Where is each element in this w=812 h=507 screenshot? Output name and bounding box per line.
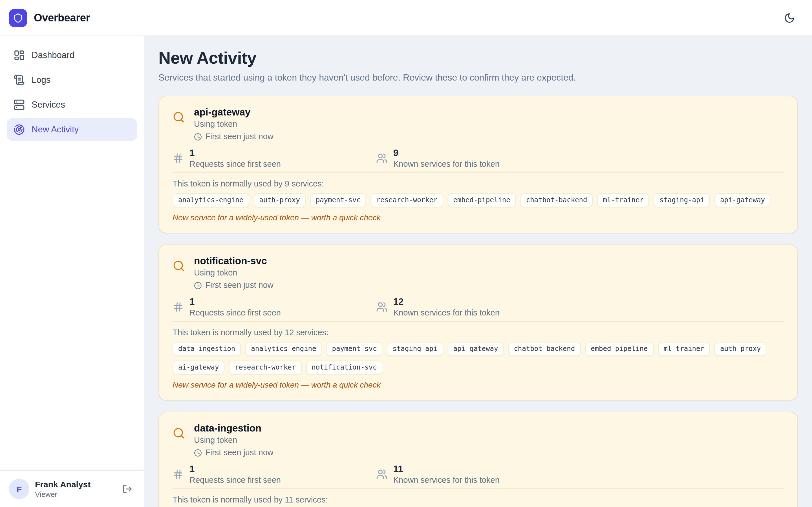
sidebar-item-dashboard[interactable]: Dashboard (7, 44, 137, 66)
stats-spacer (580, 296, 784, 318)
service-chip: staging-api (654, 193, 710, 207)
sidebar-item-label: Dashboard (32, 50, 74, 60)
stat-text: 12 Known services for this token (393, 296, 500, 318)
search-icon (172, 260, 185, 291)
service-chip: payment-svc (310, 193, 366, 207)
service-chip: data-ingestion (172, 342, 241, 356)
stat-value: 1 (190, 148, 281, 158)
main-area: New Activity Services that started using… (144, 0, 812, 507)
stat-known-services: 9 Known services for this token (376, 148, 580, 169)
known-services-intro: This token is normally used by 11 servic… (172, 495, 784, 505)
sidebar-nav: Dashboard Logs Services (0, 36, 144, 149)
card-header-text: api-gateway Using token First seen just … (194, 107, 273, 142)
user-profile: F Frank Analyst Viewer (0, 470, 144, 507)
app-window: Overbearer Dashboard Logs (0, 0, 812, 507)
users-icon (376, 469, 388, 480)
user-role: Viewer (35, 490, 114, 499)
service-chip: research-worker (229, 360, 302, 375)
card-header: data-ingestion Using token First seen ju… (172, 422, 784, 458)
activity-card: data-ingestion Using token First seen ju… (158, 412, 798, 507)
card-header-text: data-ingestion Using token First seen ju… (194, 422, 273, 458)
service-chip: api-gateway (448, 342, 504, 356)
stat-text: 9 Known services for this token (393, 148, 500, 169)
hash-icon (172, 153, 184, 164)
stat-label: Requests since first seen (190, 159, 281, 169)
stat-label: Known services for this token (393, 475, 500, 485)
search-icon (172, 111, 185, 142)
using-token-label: Using token (194, 435, 273, 446)
search-icon (172, 427, 185, 458)
stat-requests: 1 Requests since first seen (172, 464, 376, 485)
service-chip: ml-trainer (658, 342, 710, 356)
first-seen-text: First seen just now (205, 131, 273, 142)
hash-icon (172, 301, 184, 313)
stats-row: 1 Requests since first seen 12 Known ser… (172, 296, 784, 318)
stat-value: 9 (393, 148, 500, 158)
sidebar-item-label: New Activity (32, 124, 79, 135)
page-title: New Activity (158, 48, 798, 68)
known-services-intro: This token is normally used by 9 service… (172, 179, 784, 189)
stat-label: Requests since first seen (190, 475, 281, 485)
stats-row: 1 Requests since first seen 11 Known ser… (172, 464, 784, 485)
sidebar-item-label: Services (32, 100, 65, 110)
service-chip: ml-trainer (597, 193, 649, 207)
logout-icon (122, 484, 133, 494)
service-chip: chatbot-backend (508, 342, 580, 356)
sidebar-item-services[interactable]: Services (7, 94, 137, 116)
service-chip: auth-proxy (714, 342, 767, 356)
avatar: F (9, 479, 29, 499)
service-chip: embed-pipeline (448, 193, 516, 207)
user-meta: Frank Analyst Viewer (35, 480, 114, 499)
card-divider (172, 172, 784, 173)
sidebar: Overbearer Dashboard Logs (0, 0, 144, 507)
known-services-list: data-ingestion analytics-engine payment-… (172, 342, 784, 375)
service-name: data-ingestion (194, 422, 273, 434)
stats-spacer (580, 148, 784, 169)
user-name: Frank Analyst (35, 480, 114, 489)
app-logo (9, 9, 27, 27)
service-name: api-gateway (194, 107, 273, 118)
brand-header: Overbearer (0, 0, 144, 36)
review-note: New service for a widely-used token — wo… (172, 213, 784, 223)
logout-button[interactable] (120, 482, 135, 496)
stat-text: 1 Requests since first seen (190, 148, 281, 169)
radar-icon (13, 124, 25, 135)
service-chip: notification-svc (306, 360, 382, 375)
brand-name: Overbearer (34, 11, 90, 24)
sidebar-spacer (0, 149, 144, 470)
users-icon (376, 301, 388, 313)
clock-icon (194, 281, 202, 289)
first-seen-row: First seen just now (194, 447, 273, 458)
first-seen-row: First seen just now (194, 280, 273, 291)
stat-known-services: 12 Known services for this token (376, 296, 580, 318)
theme-toggle-button[interactable] (780, 9, 799, 27)
stat-text: 1 Requests since first seen (190, 464, 281, 485)
service-chip: ai-gateway (172, 360, 225, 375)
known-services-intro: This token is normally used by 12 servic… (172, 327, 784, 338)
service-chip: payment-svc (326, 342, 383, 356)
shield-icon (13, 13, 23, 23)
service-chip: research-worker (371, 193, 443, 207)
review-note: New service for a widely-used token — wo… (172, 380, 784, 390)
cards-list: api-gateway Using token First seen just … (158, 96, 798, 507)
users-icon (376, 153, 388, 164)
card-divider (172, 489, 784, 489)
services-icon (13, 99, 25, 110)
activity-card: api-gateway Using token First seen just … (158, 96, 798, 233)
service-chip: analytics-engine (172, 193, 249, 207)
moon-icon (784, 12, 795, 23)
hash-icon (172, 469, 184, 480)
sidebar-item-new-activity[interactable]: New Activity (7, 118, 137, 141)
first-seen-text: First seen just now (205, 447, 273, 458)
stat-text: 1 Requests since first seen (190, 296, 281, 318)
stat-text: 11 Known services for this token (393, 464, 500, 485)
service-name: notification-svc (194, 255, 273, 267)
stat-label: Known services for this token (393, 159, 500, 169)
sidebar-item-label: Logs (32, 75, 50, 85)
stat-value: 12 (393, 296, 500, 306)
sidebar-item-logs[interactable]: Logs (7, 69, 137, 91)
clock-icon (194, 449, 202, 457)
topbar (144, 0, 812, 36)
logs-icon (13, 74, 25, 86)
stat-requests: 1 Requests since first seen (172, 296, 376, 318)
